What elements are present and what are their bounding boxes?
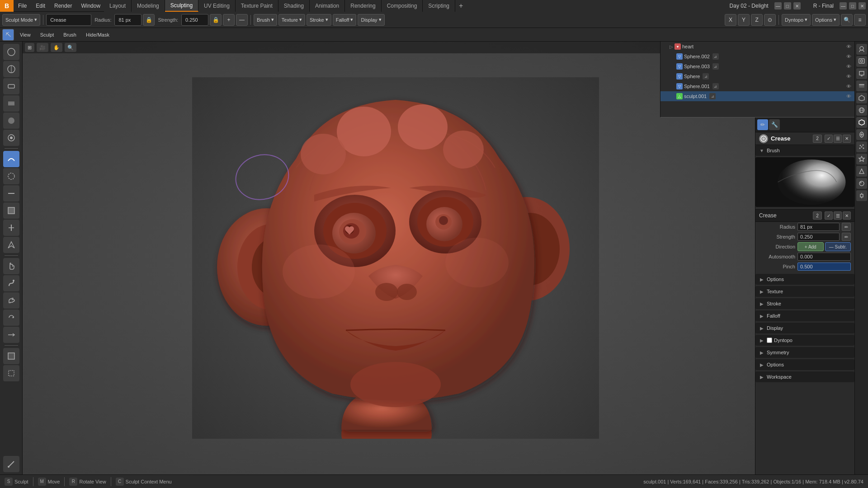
brush-op-close[interactable]: ✕ <box>843 135 851 143</box>
tab-layout[interactable]: Layout <box>104 0 132 12</box>
crease-browse-btn[interactable]: ☰ <box>834 211 842 220</box>
menu-edit[interactable]: Edit <box>31 0 50 11</box>
strength-edit-btn[interactable]: ✏ <box>842 233 851 241</box>
viewport-content[interactable]: ⊞ 🎥 ✋ 🔍 ◻ ● ◑ ☀ ⊙ ◎ X <box>23 42 769 474</box>
autosmooth-prop-value[interactable]: 0.000 <box>797 253 851 261</box>
falloff-section-header[interactable]: ▶ Falloff <box>755 310 854 321</box>
radius-prop-value[interactable]: 81 px <box>797 223 840 231</box>
visibility-icon[interactable]: 👁 <box>845 93 852 100</box>
viewport[interactable]: ⊞ 🎥 ✋ 🔍 ◻ ● ◑ ☀ ⊙ ◎ X <box>23 42 769 474</box>
visibility-icon[interactable]: 👁 <box>845 63 852 70</box>
props-physics-icon[interactable] <box>856 154 867 164</box>
tool-scrape[interactable] <box>3 220 19 236</box>
props-tab-active-tool[interactable]: ✏ <box>757 119 768 130</box>
tool-smooth[interactable] <box>3 168 19 184</box>
pinch-prop-value[interactable]: 0.500 <box>797 263 851 271</box>
crease-value[interactable]: 2 <box>813 211 822 220</box>
direction-subtract-btn[interactable]: — Subtr. <box>825 242 851 251</box>
filter-btn[interactable]: ≡ <box>854 14 866 26</box>
outliner-item-sphere001[interactable]: ▽ Sphere.001 ⊿ 👁 <box>660 81 854 91</box>
tab-uv-editing[interactable]: UV Editing <box>198 0 236 12</box>
props-view-layer-icon[interactable] <box>856 80 867 91</box>
props-render-icon[interactable] <box>856 56 867 67</box>
tool-slide-relax[interactable] <box>3 327 19 343</box>
viewport-walk-btn[interactable]: 🔍 <box>65 43 76 52</box>
dyntopo-section-header[interactable]: ▶ Dyntopo <box>755 335 854 346</box>
tool-fill[interactable] <box>3 202 19 219</box>
radius-value-field[interactable]: 81 px <box>114 14 142 26</box>
outliner-item-sculpt001[interactable]: △ sculpt.001 ⊿ 👁 <box>660 91 854 101</box>
display-dropdown-btn[interactable]: Display ▾ <box>358 14 384 26</box>
tool-grab[interactable] <box>3 258 19 274</box>
options-section-header[interactable]: ▶ Options <box>755 274 854 285</box>
tool-rotate[interactable] <box>3 310 19 326</box>
window-controls[interactable]: — <box>774 2 782 9</box>
menu-window[interactable]: Window <box>76 0 105 11</box>
texture-dropdown-btn[interactable]: Texture ▾ <box>278 14 305 26</box>
tool-pinch[interactable] <box>3 237 19 253</box>
tool-mask[interactable] <box>3 348 19 364</box>
props-constraints-icon[interactable] <box>856 190 867 201</box>
viewport-type-btn[interactable]: ⊞ <box>25 43 34 52</box>
outliner-item-sphere[interactable]: ▽ Sphere ⊿ 👁 <box>660 71 854 81</box>
viewport-axes-y[interactable]: Y <box>738 14 750 26</box>
strength-prop-value[interactable]: 0.250 <box>797 233 840 241</box>
dyntopo-checkbox[interactable] <box>767 338 772 343</box>
add-direction-btn[interactable]: + <box>223 14 235 26</box>
visibility-icon[interactable]: 👁 <box>845 73 852 80</box>
props-scene-icon[interactable] <box>856 44 867 55</box>
sculpt-mode-icon[interactable]: ⛏ <box>2 29 14 41</box>
viewport-lock-btn[interactable]: ✋ <box>51 43 62 52</box>
render-maximize[interactable]: □ <box>849 2 856 9</box>
render-close[interactable]: ✕ <box>859 2 866 9</box>
crease-close-btn[interactable]: ✕ <box>843 211 851 220</box>
props-particles-icon[interactable] <box>856 141 867 152</box>
strength-value-field[interactable]: 0.250 <box>181 14 208 26</box>
sculpt-btn[interactable]: Sculpt <box>37 30 58 40</box>
options2-section-header[interactable]: ▶ Options <box>755 359 854 370</box>
tool-clay-strips[interactable] <box>3 95 19 112</box>
tool-inflate[interactable] <box>3 113 19 129</box>
tab-shading[interactable]: Shading <box>278 0 310 12</box>
symmetry-section-header[interactable]: ▶ Symmetry <box>755 347 854 358</box>
tool-draw-sharp[interactable] <box>3 61 19 77</box>
direction-add-btn[interactable]: + Add <box>797 242 824 251</box>
sculpt-mode-selector[interactable]: Sculpt Mode ▾ <box>2 14 40 26</box>
props-tab-workspace[interactable]: 🔧 <box>769 119 780 130</box>
tab-texture-paint[interactable]: Texture Paint <box>236 0 278 12</box>
window-maximize[interactable]: □ <box>784 2 791 9</box>
proportional-edit-btn[interactable]: ⊙ <box>764 14 776 26</box>
strength-lock-btn[interactable]: 🔒 <box>210 14 222 26</box>
brush-sec-btn[interactable]: Brush <box>60 30 80 40</box>
brush-section-header[interactable]: ▼ Brush <box>755 145 854 156</box>
tool-annotate[interactable] <box>3 456 19 472</box>
outliner-item-sphere003[interactable]: ▽ Sphere.003 ⊿ 👁 <box>660 61 854 71</box>
props-modifier-icon[interactable] <box>856 129 867 140</box>
radius-edit-btn[interactable]: ✏ <box>842 223 851 231</box>
window-close[interactable]: ✕ <box>793 2 801 9</box>
display-section-header[interactable]: ▶ Display <box>755 323 854 333</box>
viewport-axes-z[interactable]: Z <box>751 14 763 26</box>
workspace-section-header[interactable]: ▶ Workspace <box>755 371 854 382</box>
props-material-icon[interactable] <box>856 178 867 189</box>
props-object-icon[interactable] <box>856 117 867 128</box>
camera-btn[interactable]: 🎥 <box>37 43 48 52</box>
props-output-icon[interactable] <box>856 68 867 79</box>
tool-draw[interactable] <box>3 44 19 60</box>
view-btn[interactable]: View <box>16 30 34 40</box>
radius-lock-btn[interactable]: 🔒 <box>143 14 155 26</box>
brush-op-browse[interactable]: ☰ <box>834 135 842 143</box>
texture-section-header[interactable]: ▶ Texture <box>755 286 854 297</box>
brush-op-check[interactable]: ✓ <box>825 135 833 143</box>
props-world-icon[interactable] <box>856 105 867 116</box>
props-scene-data-icon[interactable] <box>856 93 867 103</box>
props-object-data-icon[interactable] <box>856 166 867 177</box>
tool-blob[interactable] <box>3 130 19 146</box>
outliner-item-sphere002[interactable]: ▽ Sphere.002 ⊿ 👁 <box>660 52 854 61</box>
stroke-section-header[interactable]: ▶ Stroke <box>755 298 854 309</box>
tool-flatten[interactable] <box>3 185 19 202</box>
viewport-axes-x[interactable]: X <box>725 14 736 26</box>
dyntopo-btn[interactable]: Dyntopo ▾ <box>782 14 811 26</box>
crease-check-btn[interactable]: ✓ <box>825 211 833 220</box>
render-controls[interactable]: — <box>840 2 847 9</box>
